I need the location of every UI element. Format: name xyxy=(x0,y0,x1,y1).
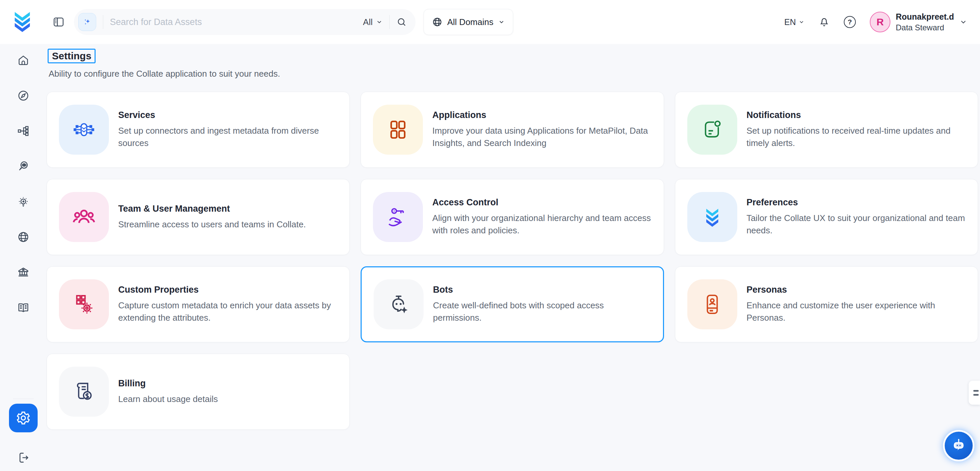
card-title: Preferences xyxy=(746,197,966,208)
card-title: Custom Properties xyxy=(118,285,337,295)
card-title: Team & User Management xyxy=(118,204,306,214)
home-icon xyxy=(17,54,30,67)
hand-key-icon xyxy=(373,192,423,242)
receipt-dollar-icon xyxy=(59,367,109,417)
settings-card-notifications[interactable]: Notifications Set up notifications to re… xyxy=(675,92,978,168)
user-menu[interactable]: R Rounakpreet.d Data Steward xyxy=(870,11,967,33)
settings-card-personas[interactable]: Personas Enhance and customize the user … xyxy=(675,266,978,342)
sidebar-item-domains[interactable] xyxy=(17,231,30,243)
robot-icon xyxy=(950,437,967,454)
sidebar-toggle-icon[interactable] xyxy=(52,16,65,28)
card-description: Set up connectors and ingest metadata fr… xyxy=(118,125,337,149)
topbar-right: EN ? R Rounakpreet.d Data Steward xyxy=(784,11,967,33)
book-icon xyxy=(17,301,30,314)
search-bar: All xyxy=(74,9,415,35)
chevron-down-icon xyxy=(799,19,805,25)
lightbulb-icon xyxy=(17,195,30,208)
gear-icon xyxy=(16,410,31,426)
sidebar-item-settings-active[interactable] xyxy=(9,404,38,432)
user-name: Rounakpreet.d xyxy=(896,11,954,22)
card-description: Tailor the Collate UX to suit your organ… xyxy=(746,212,966,237)
search-scope-dropdown[interactable]: All xyxy=(363,17,383,27)
settings-card-custom-properties[interactable]: Custom Properties Capture custom metadat… xyxy=(47,266,350,342)
card-title: Billing xyxy=(118,378,218,389)
chevron-down-icon xyxy=(498,19,505,26)
help-icon[interactable]: ? xyxy=(844,16,856,28)
settings-card-applications[interactable]: Applications Improve your data using App… xyxy=(361,92,663,168)
card-description: Improve your data using Applications for… xyxy=(432,125,651,149)
card-description: Streamline access to users and teams in … xyxy=(118,218,306,231)
ai-sparkles-icon[interactable] xyxy=(78,13,96,31)
sidebar-item-explore[interactable] xyxy=(17,89,30,102)
card-title: Access Control xyxy=(432,197,651,208)
card-title: Notifications xyxy=(746,110,966,120)
services-hub-icon xyxy=(59,105,109,155)
avatar: R xyxy=(870,12,891,32)
notification-note-icon xyxy=(687,105,737,155)
language-dropdown[interactable]: EN xyxy=(784,18,805,27)
settings-card-bots[interactable]: Bots Create well-defined bots with scope… xyxy=(361,266,663,342)
card-title: Services xyxy=(118,110,337,120)
sidebar-item-glossary[interactable] xyxy=(17,301,30,314)
logout-icon[interactable] xyxy=(17,451,30,464)
settings-card-services[interactable]: Services Set up connectors and ingest me… xyxy=(47,92,350,168)
divider xyxy=(13,399,33,399)
chevron-down-icon xyxy=(959,18,967,26)
collate-logo[interactable] xyxy=(11,10,33,34)
data-flow-icon xyxy=(17,125,30,137)
card-title: Personas xyxy=(746,285,966,295)
page-title: Settings xyxy=(48,49,95,63)
discovery-icon xyxy=(17,160,30,172)
card-description: Set up notifications to received real-ti… xyxy=(746,125,966,149)
globe-icon xyxy=(432,17,442,27)
top-bar: All All Domains EN ? xyxy=(0,0,980,44)
sidebar-item-insights[interactable] xyxy=(17,195,30,208)
card-description: Enhance and customize the user experienc… xyxy=(746,299,966,324)
user-role: Data Steward xyxy=(896,22,954,33)
sidebar-item-data-flow[interactable] xyxy=(17,125,30,137)
grid-gear-icon xyxy=(59,279,109,329)
sidebar-item-governance[interactable] xyxy=(17,266,30,279)
notifications-bell-icon[interactable] xyxy=(818,16,830,28)
globe-icon xyxy=(17,231,30,243)
language-label: EN xyxy=(784,18,796,27)
chevron-down-icon xyxy=(376,19,383,26)
settings-card-preferences[interactable]: Preferences Tailor the Collate UX to sui… xyxy=(675,179,978,255)
team-icon xyxy=(59,192,109,242)
card-title: Applications xyxy=(432,110,651,120)
collate-chevrons-icon xyxy=(687,192,737,242)
sidebar-bottom xyxy=(9,399,38,464)
id-card-icon xyxy=(687,279,737,329)
sidebar-item-discovery[interactable] xyxy=(17,160,30,172)
search-icon[interactable] xyxy=(396,17,407,27)
settings-page: Settings Ability to configure the Collat… xyxy=(47,44,978,429)
app-grid-icon xyxy=(373,105,423,155)
chat-bot-button[interactable] xyxy=(943,430,974,461)
sidebar-item-home[interactable] xyxy=(17,54,30,67)
settings-cards-grid: Services Set up connectors and ingest me… xyxy=(47,92,978,429)
card-description: Align with your organizational hierarchy… xyxy=(432,212,651,237)
settings-card-team-user-management[interactable]: Team & User Management Streamline access… xyxy=(47,179,350,255)
bot-sparkle-icon xyxy=(374,279,423,329)
settings-card-billing[interactable]: Billing Learn about usage details xyxy=(47,354,350,429)
compass-icon xyxy=(17,89,30,102)
card-description: Learn about usage details xyxy=(118,393,218,406)
card-description: Capture custom metadata to enrich your d… xyxy=(118,299,337,324)
all-domains-dropdown[interactable]: All Domains xyxy=(423,9,513,35)
page-subtitle: Ability to configure the Collate applica… xyxy=(49,69,978,79)
card-description: Create well-defined bots with scoped acc… xyxy=(433,299,651,324)
divider xyxy=(103,15,103,29)
left-sidebar xyxy=(0,44,47,471)
divider xyxy=(389,15,390,29)
collapsed-side-widget[interactable] xyxy=(969,381,980,405)
settings-card-access-control[interactable]: Access Control Align with your organizat… xyxy=(361,179,663,255)
all-domains-label: All Domains xyxy=(447,17,493,27)
search-scope-label: All xyxy=(363,17,372,27)
bank-icon xyxy=(17,266,30,279)
search-input[interactable] xyxy=(110,17,356,27)
card-title: Bots xyxy=(433,285,651,295)
